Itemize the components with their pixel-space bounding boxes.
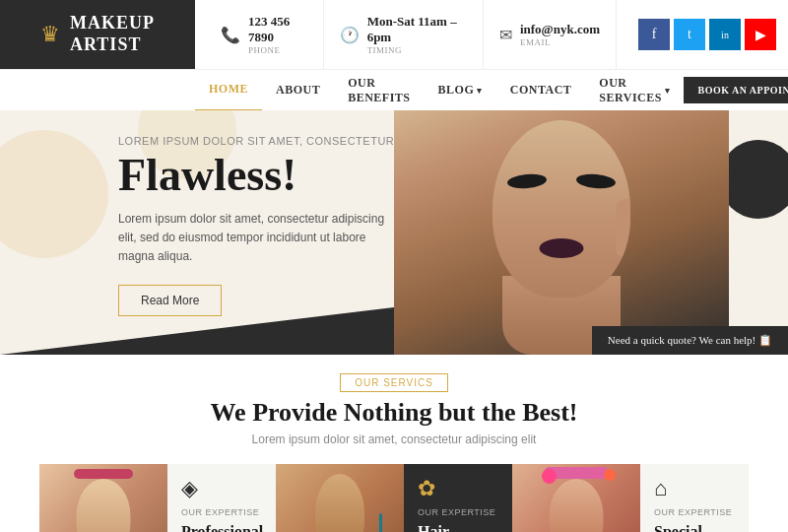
hero-subtitle: LOREM IPSUM DOLOR SIT AMET, CONSECTETUR — [118, 135, 394, 147]
email-label: EMAIL — [520, 37, 600, 47]
hero-content: LOREM IPSUM DOLOR SIT AMET, CONSECTETUR … — [118, 135, 394, 316]
nav-blog-label: BLOG — [438, 83, 475, 98]
nav-links: HOME ABOUT OUR BENEFITS BLOG ▾ CONTACT O… — [195, 70, 684, 111]
nav-item-benefits[interactable]: OUR BENEFITS — [334, 70, 424, 111]
read-more-label: Read More — [141, 294, 199, 307]
nav-item-services[interactable]: OUR SERVICES ▾ — [585, 70, 684, 111]
service-expertise-label-2: OUR EXPERTISE — [418, 507, 498, 517]
phone-icon: 📞 — [221, 26, 240, 44]
service-card-2: ✿ OUR EXPERTISE Hair Styling — [276, 464, 512, 532]
contact-timing: 🕐 Mon-Sat 11am – 6pm TIMING — [324, 0, 484, 69]
logo-line2: ARTIST — [70, 34, 155, 56]
book-btn-label: BOOK AN APPOINTMENT » — [697, 85, 788, 96]
nav-services-label: OUR SERVICES — [599, 76, 662, 105]
linkedin-icon: in — [721, 30, 729, 40]
timing-value: Mon-Sat 11am – 6pm — [367, 14, 467, 45]
nav-benefits-label: OUR BENEFITS — [348, 76, 410, 105]
twitter-button[interactable]: t — [674, 19, 705, 50]
facebook-button[interactable]: f — [638, 19, 670, 50]
service-expertise-label-1: OUR EXPERTISE — [181, 507, 263, 517]
nav-about-label: ABOUT — [276, 83, 320, 98]
phone-value: 123 456 7890 — [248, 14, 307, 45]
book-appointment-button[interactable]: BOOK AN APPOINTMENT » — [684, 77, 788, 103]
nav-home-label: HOME — [209, 82, 248, 97]
service-image-3 — [512, 464, 640, 532]
hero-description: Lorem ipsum dolor sit amet, consectetur … — [118, 210, 394, 267]
logo-line1: MAKEUP — [70, 13, 155, 34]
service-image-2 — [276, 464, 404, 532]
service-icon-2: ✿ — [418, 476, 498, 501]
services-section: OUR SERVICS We Provide Nothing but the B… — [0, 355, 788, 532]
youtube-icon: ▶ — [755, 27, 766, 43]
hero-title: Flawless! — [118, 153, 394, 198]
contact-email: ✉ info@nyk.com EMAIL — [484, 0, 617, 69]
service-card-1: ◈ OUR EXPERTISE Professional Makeover — [39, 464, 276, 532]
navigation: HOME ABOUT OUR BENEFITS BLOG ▾ CONTACT O… — [0, 69, 788, 110]
services-label-wrapper: OUR SERVICS — [39, 372, 749, 392]
logo-text: MAKEUP ARTIST — [70, 13, 155, 55]
social-bar: f t in ▶ — [626, 17, 788, 52]
youtube-button[interactable]: ▶ — [745, 19, 776, 50]
hero-circle-dark — [719, 140, 788, 219]
service-name-3: Special Bridal Makeover — [654, 522, 735, 532]
services-dropdown-icon: ▾ — [665, 86, 671, 96]
email-value: info@nyk.com — [520, 22, 600, 37]
email-icon: ✉ — [499, 26, 512, 44]
service-info-2: ✿ OUR EXPERTISE Hair Styling — [404, 464, 512, 532]
service-icon-3: ⌂ — [654, 476, 735, 501]
nav-item-home[interactable]: HOME — [195, 70, 262, 111]
quick-quote-banner[interactable]: Need a quick quote? We can help! 📋 — [592, 326, 788, 355]
services-title: We Provide Nothing but the Best! — [39, 398, 749, 428]
header: ♛ MAKEUP ARTIST 📞 123 456 7890 PHONE 🕐 M… — [0, 0, 788, 69]
clock-icon: 🕐 — [340, 26, 360, 44]
service-image-1 — [39, 464, 167, 532]
nav-item-about[interactable]: ABOUT — [262, 70, 334, 111]
quick-quote-text: Need a quick quote? We can help! 📋 — [608, 334, 772, 347]
contact-bar: 📞 123 456 7890 PHONE 🕐 Mon-Sat 11am – 6p… — [195, 0, 626, 69]
timing-label: TIMING — [367, 45, 467, 55]
contact-phone: 📞 123 456 7890 PHONE — [205, 0, 324, 69]
services-label-badge: OUR SERVICS — [340, 373, 448, 392]
service-icon-1: ◈ — [181, 476, 263, 501]
nav-contact-label: CONTACT — [510, 83, 572, 98]
nav-item-blog[interactable]: BLOG ▾ — [425, 70, 496, 111]
facebook-icon: f — [652, 27, 657, 42]
service-name-2: Hair Styling — [418, 522, 498, 532]
hero-circle-left — [0, 130, 108, 258]
phone-label: PHONE — [248, 45, 307, 55]
twitter-icon: t — [688, 27, 691, 42]
logo[interactable]: ♛ MAKEUP ARTIST — [0, 0, 195, 69]
hero-image — [394, 110, 729, 355]
blog-dropdown-icon: ▾ — [477, 86, 483, 96]
services-grid: ◈ OUR EXPERTISE Professional Makeover ✿ — [39, 464, 749, 532]
nav-item-contact[interactable]: CONTACT — [496, 70, 586, 111]
hero-model-photo — [394, 110, 729, 355]
service-card-3: ⌂ OUR EXPERTISE Special Bridal Makeover — [512, 464, 749, 532]
service-expertise-label-3: OUR EXPERTISE — [654, 507, 735, 517]
service-info-1: ◈ OUR EXPERTISE Professional Makeover — [167, 464, 276, 532]
hero-section: LOREM IPSUM DOLOR SIT AMET, CONSECTETUR … — [0, 110, 788, 355]
service-info-3: ⌂ OUR EXPERTISE Special Bridal Makeover — [640, 464, 749, 532]
logo-crown-icon: ♛ — [40, 22, 60, 47]
linkedin-button[interactable]: in — [709, 19, 741, 50]
services-description: Lorem ipsum dolor sit amet, consectetur … — [39, 432, 749, 446]
service-name-1: Professional Makeover — [181, 522, 263, 532]
read-more-button[interactable]: Read More — [118, 285, 222, 316]
